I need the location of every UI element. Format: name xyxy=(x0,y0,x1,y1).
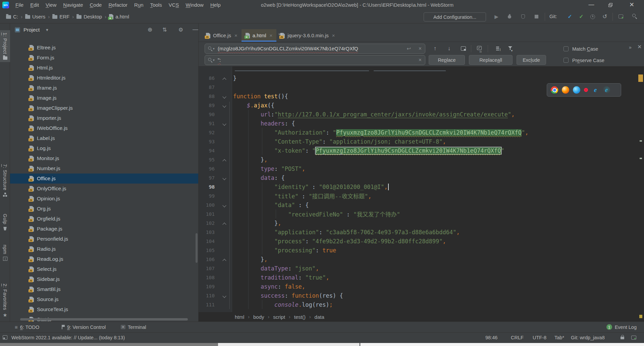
tab-office-js[interactable]: JSOffice.js× xyxy=(202,29,241,42)
minimize-button[interactable]: — xyxy=(582,0,601,10)
menu-item-view[interactable]: View xyxy=(42,2,60,8)
tab-jquery-3-6-0-min-js[interactable]: 101JSjquery-3.6.0.min.js× xyxy=(276,29,339,42)
opera-browser-icon[interactable] xyxy=(584,88,588,92)
lock-icon[interactable] xyxy=(621,337,624,339)
locate-file-icon[interactable]: ⊕ xyxy=(146,26,154,34)
event-log-button[interactable]: 1 Event Log xyxy=(606,322,637,332)
tree-item-iwebofficejs[interactable]: JSIWebOffice.js xyxy=(10,123,198,133)
tree-item-imageclipperjs[interactable]: JSImageClipper.js xyxy=(10,103,198,113)
menu-item-edit[interactable]: Edit xyxy=(27,2,42,8)
clear-replace-icon[interactable]: × xyxy=(419,55,422,65)
path-item[interactable]: Desktop xyxy=(75,14,103,19)
hide-panel-icon[interactable]: — xyxy=(191,26,199,34)
tree-item-monitorjs[interactable]: JSMonitor.js xyxy=(10,153,198,163)
replace-button[interactable]: Replace xyxy=(429,55,465,65)
tool-window-switcher-icon[interactable] xyxy=(3,335,7,340)
add-configuration-button[interactable]: Add Configuration... xyxy=(424,12,486,21)
path-item[interactable]: Users xyxy=(24,14,47,19)
next-occurrence-icon[interactable]: ↓ xyxy=(444,44,454,53)
tree-item-selectjs[interactable]: JSSelect.js xyxy=(10,264,198,274)
menu-item-window[interactable]: Window xyxy=(182,2,207,8)
file-encoding[interactable]: UTF-8 xyxy=(533,333,546,343)
find-all-icon[interactable] xyxy=(458,44,468,53)
tool-window-icon[interactable] xyxy=(616,13,625,20)
menu-item-tools[interactable]: Tools xyxy=(147,2,165,8)
tree-item-logjs[interactable]: JSLog.js xyxy=(10,143,198,153)
fold-open-icon[interactable] xyxy=(222,176,226,180)
menu-item-refactor[interactable]: Refactor xyxy=(105,2,131,8)
search-everywhere-icon[interactable] xyxy=(630,13,639,20)
menu-item-file[interactable]: File xyxy=(12,2,27,8)
firefox-browser-icon[interactable] xyxy=(562,86,569,94)
menu-item-navigate[interactable]: Navigate xyxy=(60,2,86,8)
newline-icon[interactable]: ↩ xyxy=(407,44,411,53)
clear-search-icon[interactable]: × xyxy=(419,44,422,53)
fold-open-icon[interactable] xyxy=(222,104,226,107)
close-icon[interactable]: × xyxy=(234,33,237,38)
caret-position[interactable]: 98:46 xyxy=(485,333,497,343)
gear-icon[interactable]: ⚙ xyxy=(176,26,185,34)
restore-button[interactable] xyxy=(601,0,620,10)
tab-a-html[interactable]: Ha.html× xyxy=(241,29,277,42)
edge-browser-icon[interactable]: e xyxy=(603,86,610,94)
git-commit-icon[interactable]: ✓ xyxy=(577,13,586,20)
todo-button[interactable]: ≡ 6: TODO xyxy=(15,322,39,332)
tree-item-formjs[interactable]: JSForm.js xyxy=(10,53,198,63)
git-branch[interactable]: Git: wrdp_java8 xyxy=(571,333,605,343)
tree-item-radiojs[interactable]: JSRadio.js xyxy=(10,244,198,254)
stop-icon[interactable] xyxy=(532,13,541,20)
tree-item-opinionjs[interactable]: JSOpinion.js xyxy=(10,194,198,204)
tree-item-numberjs[interactable]: JSNumber.js xyxy=(10,163,198,174)
close-search-icon[interactable]: ✕ xyxy=(637,44,642,50)
safari-browser-icon[interactable] xyxy=(573,86,580,94)
tree-item-imagejs[interactable]: JSImage.js xyxy=(10,93,198,103)
terminal-button[interactable]: > Terminal xyxy=(121,322,146,332)
fold-close-icon[interactable] xyxy=(222,259,226,262)
tree-item-eltreejs[interactable]: JSEltree.js xyxy=(10,43,198,53)
tree-item-orgjs[interactable]: JSOrg.js xyxy=(10,204,198,214)
indent-style[interactable]: Tab* xyxy=(554,333,564,343)
replace-all-button[interactable]: Replace all xyxy=(469,55,513,65)
tree-item-labeljs[interactable]: JSLabel.js xyxy=(10,133,198,143)
preserve-case-checkbox[interactable] xyxy=(564,58,569,63)
tree-item-readlogjs[interactable]: JSReadLog.js xyxy=(10,254,198,264)
fold-open-icon[interactable] xyxy=(222,95,226,98)
fold-close-icon[interactable] xyxy=(222,159,226,163)
tree-item-sourcejs[interactable]: JSSource.js xyxy=(10,294,198,304)
screen-reader-icon[interactable] xyxy=(631,336,636,340)
filter-lines-icon[interactable] xyxy=(492,44,502,53)
git-update-icon[interactable]: ✓ xyxy=(566,13,574,20)
replace-history-chevron-icon[interactable]: ▾ xyxy=(213,55,215,65)
path-item[interactable]: C: xyxy=(5,14,19,19)
tree-item-onlyofficejs[interactable]: JSOnlyOffice.js xyxy=(10,184,198,194)
menu-item-vcs[interactable]: VCS xyxy=(165,2,182,8)
fold-close-icon[interactable] xyxy=(222,223,226,226)
stripe-favorites-button[interactable]: 2: Favorites ★ xyxy=(0,281,10,320)
path-item[interactable]: ERF xyxy=(51,14,71,19)
fold-open-icon[interactable] xyxy=(222,122,226,126)
search-input[interactable]: ▾ (mzglzo8JGrlYihu9CsnDGLCLZcmkvi20IW4K7… xyxy=(205,44,425,54)
horizontal-scrollbar[interactable] xyxy=(20,318,188,320)
tree-item-importerjs[interactable]: JSImporter.js xyxy=(10,113,198,123)
chrome-browser-icon[interactable] xyxy=(551,86,558,94)
status-message[interactable]: WebStorm 2022.1 available: // Update... … xyxy=(11,333,125,343)
tree-item-officejs[interactable]: JSOffice.js xyxy=(10,174,198,184)
line-separator[interactable]: CRLF xyxy=(511,333,524,343)
ie-browser-icon[interactable]: e xyxy=(592,86,599,94)
breadcrumb-script[interactable]: script xyxy=(273,314,285,320)
stripe-project-button[interactable]: 1: Project xyxy=(0,30,10,62)
code-editor[interactable]: 86}8788function test(){89$.ajax({90url:"… xyxy=(199,66,644,312)
coverage-icon[interactable] xyxy=(519,13,527,20)
tree-item-iframejs[interactable]: JSIframe.js xyxy=(10,83,198,93)
close-icon[interactable]: × xyxy=(332,33,335,38)
version-control-button[interactable]: 9: Version Control xyxy=(61,322,106,332)
exclude-button[interactable]: Exclude xyxy=(517,55,546,65)
breadcrumb-data[interactable]: data xyxy=(315,314,324,320)
tree-item-packagejs[interactable]: JSPackage.js xyxy=(10,224,198,234)
fold-close-icon[interactable] xyxy=(222,78,226,81)
menu-item-run[interactable]: Run xyxy=(131,2,147,8)
breadcrumb-test[interactable]: test() xyxy=(294,314,306,320)
debug-icon[interactable] xyxy=(505,13,514,20)
fold-open-icon[interactable] xyxy=(222,294,226,298)
fold-open-icon[interactable] xyxy=(222,203,226,207)
